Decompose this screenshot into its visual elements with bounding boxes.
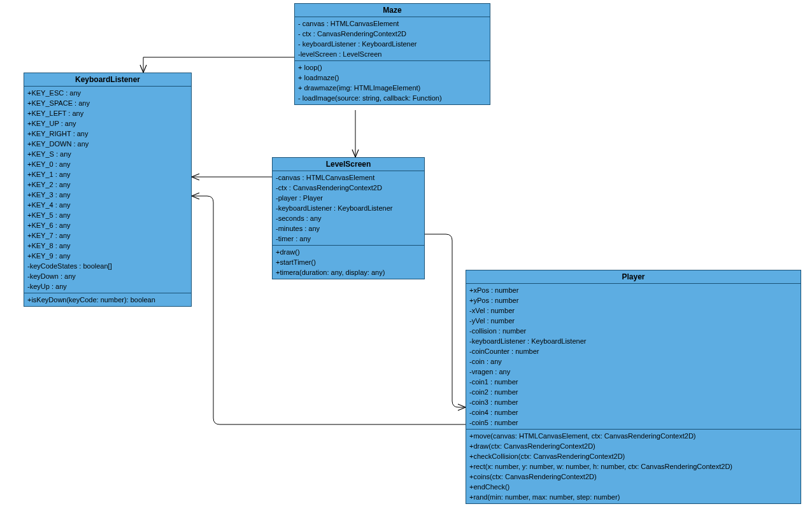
- attribute-row: -keyboardListener : KeyboardListener: [469, 336, 797, 346]
- attribute-row: -levelScreen : LevelScreen: [298, 49, 487, 59]
- attribute-row: -coin3 : number: [469, 397, 797, 407]
- attribute-row: -keyboardListener : KeyboardListener: [276, 203, 421, 213]
- attribute-row: - canvas : HTMLCanvasElement: [298, 18, 487, 29]
- attribute-row: -coin1 : number: [469, 377, 797, 387]
- attribute-row: -coin2 : number: [469, 387, 797, 397]
- class-maze-methods: + loop()+ loadmaze()+ drawmaze(img: HTML…: [295, 61, 490, 104]
- class-keyboard-listener-attributes: +KEY_ESC : any+KEY_SPACE : any+KEY_LEFT …: [24, 87, 191, 293]
- method-row: +rand(min: number, max: number, step: nu…: [469, 492, 797, 502]
- attribute-row: -vragen : any: [469, 367, 797, 377]
- attribute-row: +KEY_0 : any: [27, 159, 188, 169]
- class-keyboard-listener-title: KeyboardListener: [24, 73, 191, 87]
- attribute-row: -coin4 : number: [469, 407, 797, 417]
- attribute-row: +KEY_4 : any: [27, 200, 188, 210]
- attribute-row: -xVel : number: [469, 305, 797, 316]
- method-row: + drawmaze(img: HTMLImageElement): [298, 83, 487, 93]
- attribute-row: +KEY_6 : any: [27, 220, 188, 230]
- class-player[interactable]: Player +xPos : number+yPos : number-xVel…: [466, 270, 801, 504]
- attribute-row: - keyboardListener : KeyboardListener: [298, 39, 487, 49]
- class-player-attributes: +xPos : number+yPos : number-xVel : numb…: [466, 284, 801, 430]
- method-row: + loadmaze(): [298, 73, 487, 83]
- class-keyboard-listener[interactable]: KeyboardListener +KEY_ESC : any+KEY_SPAC…: [24, 73, 192, 307]
- attribute-row: -canvas : HTMLCanvasElement: [276, 172, 421, 183]
- attribute-row: +KEY_RIGHT : any: [27, 129, 188, 139]
- attribute-row: +KEY_3 : any: [27, 190, 188, 200]
- attribute-row: +KEY_S : any: [27, 149, 188, 159]
- attribute-row: +xPos : number: [469, 285, 797, 295]
- method-row: +checkCollision(ctx: CanvasRenderingCont…: [469, 451, 797, 461]
- attribute-row: +KEY_1 : any: [27, 169, 188, 179]
- attribute-row: +yPos : number: [469, 295, 797, 305]
- attribute-row: -seconds : any: [276, 213, 421, 223]
- attribute-row: -keyDown : any: [27, 271, 188, 281]
- attribute-row: -yVel : number: [469, 316, 797, 326]
- attribute-row: +KEY_5 : any: [27, 210, 188, 220]
- method-row: +timera(duration: any, display: any): [276, 267, 421, 277]
- attribute-row: +KEY_8 : any: [27, 241, 188, 251]
- attribute-row: +KEY_LEFT : any: [27, 108, 188, 118]
- class-maze-attributes: - canvas : HTMLCanvasElement- ctx : Canv…: [295, 17, 490, 61]
- attribute-row: +KEY_UP : any: [27, 118, 188, 129]
- class-level-screen[interactable]: LevelScreen -canvas : HTMLCanvasElement-…: [272, 157, 425, 279]
- class-level-screen-methods: +draw()+startTimer()+timera(duration: an…: [273, 246, 424, 279]
- attribute-row: -timer : any: [276, 234, 421, 244]
- attribute-row: -player : Player: [276, 193, 421, 203]
- attribute-row: -coin5 : number: [469, 417, 797, 428]
- method-row: - loadImage(source: string, callback: Fu…: [298, 93, 487, 103]
- method-row: + loop(): [298, 62, 487, 73]
- attribute-row: -keyCodeStates : boolean[]: [27, 261, 188, 271]
- attribute-row: -coinCounter : number: [469, 346, 797, 356]
- attribute-row: +KEY_2 : any: [27, 179, 188, 190]
- attribute-row: +KEY_DOWN : any: [27, 139, 188, 149]
- class-player-title: Player: [466, 270, 801, 284]
- class-player-methods: +move(canvas: HTMLCanvasElement, ctx: Ca…: [466, 430, 801, 503]
- method-row: +endCheck(): [469, 482, 797, 492]
- method-row: +rect(x: number, y: number, w: number, h…: [469, 461, 797, 472]
- method-row: +coins(ctx: CanvasRenderingContext2D): [469, 472, 797, 482]
- attribute-row: +KEY_7 : any: [27, 230, 188, 241]
- attribute-row: -coin : any: [469, 356, 797, 367]
- attribute-row: -minutes : any: [276, 223, 421, 234]
- attribute-row: -ctx : CanvasRenderingContext2D: [276, 183, 421, 193]
- attribute-row: +KEY_9 : any: [27, 251, 188, 261]
- class-maze-title: Maze: [295, 4, 490, 17]
- method-row: +isKeyDown(keyCode: number): boolean: [27, 295, 188, 305]
- class-maze[interactable]: Maze - canvas : HTMLCanvasElement- ctx :…: [294, 3, 490, 105]
- class-level-screen-attributes: -canvas : HTMLCanvasElement-ctx : Canvas…: [273, 171, 424, 246]
- attribute-row: +KEY_SPACE : any: [27, 98, 188, 108]
- method-row: +draw(): [276, 247, 421, 257]
- attribute-row: +KEY_ESC : any: [27, 88, 188, 98]
- attribute-row: -collision : number: [469, 326, 797, 336]
- method-row: +move(canvas: HTMLCanvasElement, ctx: Ca…: [469, 431, 797, 441]
- attribute-row: - ctx : CanvasRenderingContext2D: [298, 29, 487, 39]
- method-row: +draw(ctx: CanvasRenderingContext2D): [469, 441, 797, 451]
- class-level-screen-title: LevelScreen: [273, 158, 424, 171]
- method-row: +startTimer(): [276, 257, 421, 267]
- class-keyboard-listener-methods: +isKeyDown(keyCode: number): boolean: [24, 293, 191, 306]
- attribute-row: -keyUp : any: [27, 281, 188, 291]
